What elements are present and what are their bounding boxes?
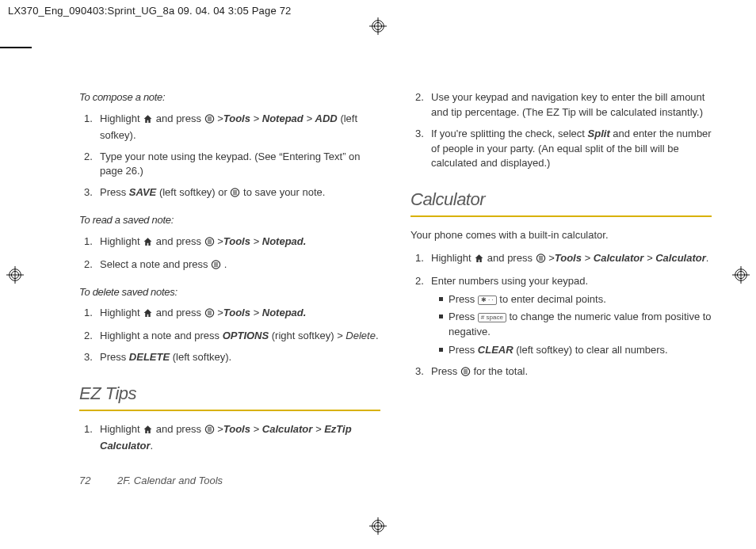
list-item: Press DELETE (left softkey). (79, 350, 380, 365)
list-item: Type your note using the keypad. (See “E… (79, 150, 380, 180)
subheading-compose: To compose a note: (79, 90, 380, 105)
svg-rect-37 (207, 427, 211, 428)
menu-icon (211, 259, 221, 274)
hash-key-icon: # space (478, 313, 506, 322)
svg-rect-19 (207, 120, 211, 120)
heading-calculator: Calculator (410, 187, 712, 212)
page-number: 72 (79, 475, 90, 486)
svg-rect-30 (214, 264, 218, 265)
subheading-read: To read a saved note: (79, 213, 380, 228)
menu-icon (230, 187, 240, 202)
list-item: Highlight and press >Tools > Notepad. (79, 234, 380, 251)
home-icon (143, 424, 153, 439)
svg-rect-29 (214, 262, 218, 263)
section-title: 2F. Calendar and Tools (117, 475, 223, 486)
right-column: Use your keypad and navigation key to en… (410, 62, 712, 486)
page-footer: 72 2F. Calendar and Tools (79, 474, 223, 489)
svg-rect-47 (464, 373, 468, 374)
crop-mark (0, 47, 32, 48)
home-icon (143, 307, 153, 322)
svg-rect-39 (207, 430, 211, 431)
calculator-intro: Your phone comes with a built-in calcula… (410, 228, 712, 243)
svg-rect-17 (207, 116, 211, 117)
svg-rect-43 (538, 259, 542, 260)
registration-mark-icon (369, 17, 387, 35)
list-item: Highlight a note and press OPTIONS (righ… (79, 329, 380, 344)
list-item: Highlight and press >Tools > Calculator … (410, 251, 712, 268)
left-column: To compose a note: Highlight and press >… (79, 62, 380, 486)
star-key-icon: ✱ · · (478, 295, 497, 305)
list-item: If you're splitting the check, select Sp… (410, 127, 712, 172)
svg-rect-18 (207, 118, 211, 119)
heading-ez-tips: EZ Tips (79, 381, 380, 406)
list-item: Use your keypad and navigation key to en… (410, 90, 712, 120)
list-item: Highlight and press >Tools > Notepad > A… (79, 112, 380, 143)
home-icon (474, 253, 484, 268)
list-item: Highlight and press >Tools > Notepad. (79, 306, 380, 322)
svg-rect-21 (233, 191, 237, 192)
svg-rect-34 (207, 313, 211, 314)
svg-rect-31 (214, 265, 218, 266)
list-item: Press for the total. (410, 364, 712, 381)
svg-rect-42 (538, 257, 542, 258)
menu-icon (204, 307, 215, 322)
registration-mark-icon (732, 266, 750, 284)
list-item: Press SAVE (left softkey) or to save you… (79, 185, 380, 202)
svg-rect-33 (207, 311, 211, 312)
list-item: Enter numbers using your keypad. Press ✱… (410, 274, 712, 358)
list-item: Press # space to change the numeric valu… (439, 310, 712, 340)
heading-rule (410, 215, 712, 217)
svg-rect-23 (233, 194, 237, 195)
home-icon (143, 113, 153, 128)
svg-rect-38 (207, 429, 211, 429)
subheading-delete: To delete saved notes: (79, 285, 380, 300)
home-icon (143, 236, 153, 251)
list-item: Press ✱ · · to enter decimal points. (439, 292, 712, 307)
svg-rect-35 (207, 315, 211, 315)
list-item: Highlight and press >Tools > Calculator … (79, 422, 380, 454)
svg-rect-45 (464, 369, 468, 370)
menu-icon (460, 366, 471, 381)
svg-rect-41 (538, 256, 542, 257)
menu-icon (204, 236, 215, 251)
menu-icon (204, 424, 215, 439)
heading-rule (79, 410, 380, 411)
page-body: To compose a note: Highlight and press >… (79, 62, 712, 486)
menu-icon (536, 253, 546, 268)
registration-mark-icon (369, 517, 387, 535)
svg-rect-46 (464, 372, 468, 372)
list-item: Press CLEAR (left softkey) to clear all … (439, 343, 712, 358)
svg-rect-25 (207, 239, 211, 240)
menu-icon (204, 113, 215, 128)
svg-rect-26 (207, 241, 211, 242)
svg-rect-27 (207, 242, 211, 243)
svg-rect-22 (233, 193, 237, 193)
registration-mark-icon (6, 266, 24, 284)
list-item: Select a note and press . (79, 257, 380, 274)
